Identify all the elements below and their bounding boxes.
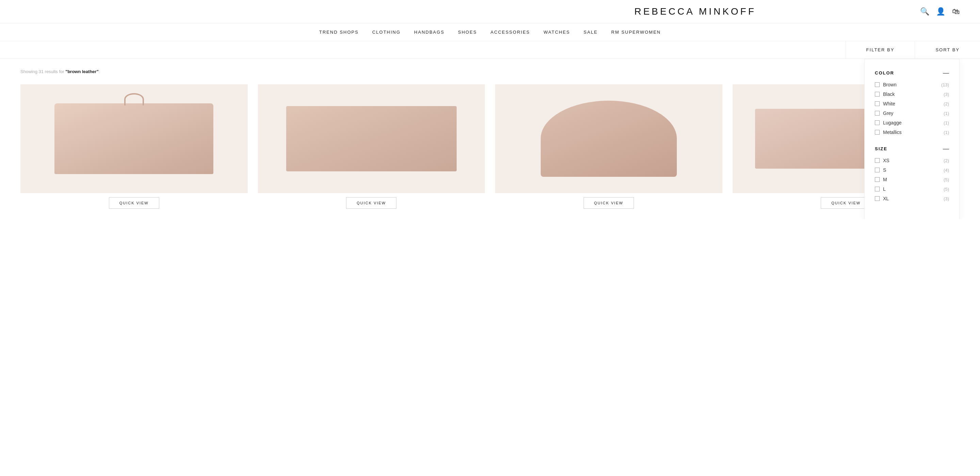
main-content: Showing 31 results for "brown leather": … — [0, 59, 980, 219]
product-image[interactable] — [21, 84, 248, 193]
size-count-xl: (3) — [943, 196, 949, 201]
product-grid: QUICK VIEW QUICK VIEW QUICK VIEW QUICK V… — [21, 84, 959, 209]
color-label-black: Black — [883, 92, 894, 97]
nav-item-clothing[interactable]: CLOTHING — [372, 30, 401, 35]
bag-image-3 — [541, 101, 677, 177]
product-card: QUICK VIEW — [21, 84, 248, 209]
nav-item-handbags[interactable]: HANDBAGS — [414, 30, 444, 35]
size-count-xs: (2) — [943, 158, 949, 163]
color-checkbox-brown[interactable] — [875, 82, 880, 87]
color-section-title: COLOR — [875, 70, 894, 76]
product-card: QUICK VIEW — [258, 84, 485, 209]
header-icons: 🔍 👤 🛍 — [920, 7, 959, 16]
quick-view-button-4[interactable]: QUICK VIEW — [821, 197, 871, 209]
bag-image-2 — [286, 106, 457, 171]
size-option-l[interactable]: L (5) — [875, 186, 949, 192]
sort-by-button[interactable]: SORT BY — [915, 41, 980, 59]
size-checkbox-xl[interactable] — [875, 196, 880, 201]
quick-view-button-3[interactable]: QUICK VIEW — [584, 197, 634, 209]
color-label-metallics: Metallics — [883, 130, 901, 135]
filter-by-button[interactable]: FILTER BY — [846, 41, 915, 59]
size-checkbox-m[interactable] — [875, 177, 880, 182]
size-count-s: (4) — [943, 168, 949, 173]
product-image[interactable] — [258, 84, 485, 193]
color-label-brown: Brown — [883, 82, 897, 87]
size-label-l: L — [883, 186, 886, 192]
nav-item-rm-superwomen[interactable]: RM SUPERWOMEN — [611, 30, 661, 35]
nav-item-shoes[interactable]: SHOES — [458, 30, 477, 35]
size-label-m: M — [883, 177, 887, 182]
quick-view-button-2[interactable]: QUICK VIEW — [346, 197, 396, 209]
results-suffix: : — [99, 69, 100, 74]
color-count-metallics: (1) — [943, 130, 949, 135]
color-checkbox-grey[interactable] — [875, 111, 880, 116]
size-option-xl[interactable]: XL (3) — [875, 196, 949, 201]
results-text: Showing 31 results for "brown leather": — [21, 69, 959, 74]
size-count-m: (5) — [943, 177, 949, 182]
filter-bar: FILTER BY SORT BY — [0, 41, 980, 59]
size-option-m[interactable]: M (5) — [875, 177, 949, 182]
color-section-header: COLOR — — [875, 69, 949, 76]
color-filter-section: COLOR — Brown (13) Black (3) — [875, 69, 949, 135]
filter-panel: COLOR — Brown (13) Black (3) — [864, 59, 959, 219]
color-count-white: (2) — [943, 101, 949, 106]
size-count-l: (5) — [943, 187, 949, 192]
color-option-black[interactable]: Black (3) — [875, 92, 949, 97]
size-checkbox-l[interactable] — [875, 187, 880, 191]
size-label-xl: XL — [883, 196, 889, 201]
size-section-header: SIZE — — [875, 145, 949, 152]
color-count-grey: (1) — [943, 111, 949, 116]
size-option-s[interactable]: S (4) — [875, 167, 949, 173]
color-count-lugagge: (1) — [943, 121, 949, 125]
color-count-black: (3) — [943, 92, 949, 97]
bag-image-1 — [54, 103, 213, 174]
color-collapse-icon[interactable]: — — [943, 69, 949, 76]
account-icon[interactable]: 👤 — [936, 7, 945, 16]
color-label-white: White — [883, 101, 895, 106]
size-label-xs: XS — [883, 158, 889, 163]
color-checkbox-lugagge[interactable] — [875, 121, 880, 125]
color-option-lugagge[interactable]: Lugagge (1) — [875, 120, 949, 125]
size-checkbox-s[interactable] — [875, 168, 880, 172]
color-label-lugagge: Lugagge — [883, 120, 902, 125]
color-checkbox-white[interactable] — [875, 101, 880, 106]
color-label-grey: Grey — [883, 111, 893, 116]
color-option-brown[interactable]: Brown (13) — [875, 82, 949, 87]
nav-item-sale[interactable]: SALE — [584, 30, 598, 35]
results-query: "brown leather" — [65, 69, 99, 74]
nav-item-watches[interactable]: WATCHES — [544, 30, 570, 35]
color-count-brown: (13) — [941, 82, 949, 87]
header: REBECCA MINKOFF 🔍 👤 🛍 — [0, 0, 980, 24]
brand-logo[interactable]: REBECCA MINKOFF — [470, 6, 920, 17]
size-label-s: S — [883, 167, 886, 173]
size-option-xs[interactable]: XS (2) — [875, 158, 949, 163]
product-image[interactable] — [495, 84, 722, 193]
size-filter-section: SIZE — XS (2) S (4) M — [875, 145, 949, 201]
size-checkbox-xs[interactable] — [875, 158, 880, 163]
size-section-title: SIZE — [875, 146, 888, 151]
search-icon[interactable]: 🔍 — [920, 7, 929, 16]
bag-icon[interactable]: 🛍 — [952, 7, 959, 16]
color-checkbox-metallics[interactable] — [875, 130, 880, 135]
nav-item-trend-shops[interactable]: TREND SHOPS — [319, 30, 359, 35]
color-option-metallics[interactable]: Metallics (1) — [875, 130, 949, 135]
size-collapse-icon[interactable]: — — [943, 145, 949, 152]
color-option-white[interactable]: White (2) — [875, 101, 949, 106]
product-card: QUICK VIEW — [495, 84, 722, 209]
color-checkbox-black[interactable] — [875, 92, 880, 97]
color-option-grey[interactable]: Grey (1) — [875, 111, 949, 116]
quick-view-button-1[interactable]: QUICK VIEW — [109, 197, 159, 209]
main-nav: TREND SHOPS CLOTHING HANDBAGS SHOES ACCE… — [0, 24, 980, 41]
nav-item-accessories[interactable]: ACCESSORIES — [491, 30, 530, 35]
results-prefix: Showing 31 results for — [21, 69, 65, 74]
